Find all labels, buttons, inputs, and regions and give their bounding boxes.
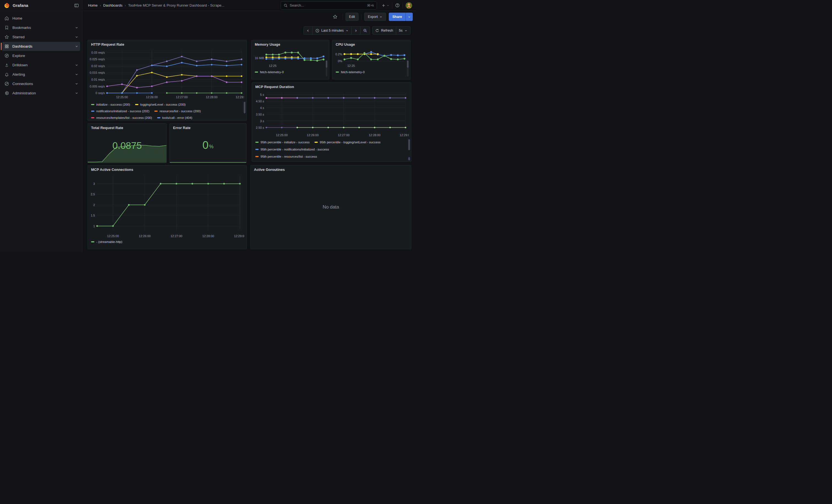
zoom-out-button[interactable] bbox=[360, 26, 370, 35]
legend-label: initialize - success (200) bbox=[96, 103, 130, 106]
time-range-picker[interactable]: Last 5 minutes bbox=[312, 26, 352, 35]
refresh-button[interactable]: Refresh bbox=[372, 26, 396, 35]
sidebar-item-starred[interactable]: Starred bbox=[2, 32, 80, 42]
legend-scrollbar[interactable] bbox=[407, 60, 409, 68]
panel-title[interactable]: CPU Usage bbox=[332, 40, 410, 47]
sidebar-item-explore[interactable]: Explore bbox=[2, 51, 80, 60]
refresh-group: Refresh 5s bbox=[372, 26, 411, 35]
svg-text:3: 3 bbox=[93, 182, 95, 185]
legend-item[interactable]: 95th percentile - initialize - success bbox=[255, 140, 310, 144]
legend-item[interactable]: notifications/initialized - success (202… bbox=[91, 109, 149, 113]
panel-title[interactable]: HTTP Request Rate bbox=[88, 40, 246, 47]
legend-item[interactable]: resources/templates/list - success (200) bbox=[91, 116, 152, 120]
cpu-usage-chart[interactable]: 0.2%0%12:25 bbox=[334, 47, 407, 68]
svg-text:4.50 s: 4.50 s bbox=[256, 100, 264, 103]
dashboard-workarea: Edit Export Share bbox=[82, 11, 416, 252]
svg-text:1.5: 1.5 bbox=[91, 214, 95, 217]
legend-item[interactable]: 95th percentile - logging/setLevel - suc… bbox=[314, 140, 381, 144]
svg-text:12:25:00: 12:25:00 bbox=[107, 234, 119, 238]
time-controls: Last 5 minutes bbox=[304, 26, 411, 35]
svg-text:3.50 s: 3.50 s bbox=[256, 113, 264, 116]
legend-item[interactable]: initialize - success (200) bbox=[91, 103, 130, 106]
sidebar-item-administration[interactable]: Administration bbox=[2, 88, 80, 98]
export-button[interactable]: Export bbox=[364, 12, 386, 21]
time-shift-back-button[interactable] bbox=[304, 26, 313, 35]
sidebar-item-bookmarks[interactable]: Bookmarks bbox=[2, 23, 80, 32]
memory-usage-chart[interactable]: 16 MiB12:25 bbox=[253, 47, 326, 68]
bookmark-icon bbox=[4, 25, 9, 30]
add-button[interactable] bbox=[381, 3, 389, 8]
sidebar-item-drilldown[interactable]: Drilldown bbox=[2, 60, 80, 70]
chevron-down-icon bbox=[75, 73, 78, 76]
panel-mcp-active-connections: MCP Active Connections 32.521.5112:25:00… bbox=[87, 165, 247, 249]
legend-scrollbar[interactable] bbox=[408, 139, 410, 150]
chevron-down-icon bbox=[75, 35, 78, 39]
grafana-logo[interactable] bbox=[4, 2, 10, 8]
svg-text:12:29:00: 12:29:00 bbox=[234, 234, 244, 238]
svg-text:12:25: 12:25 bbox=[347, 64, 355, 68]
stat-value: 0 bbox=[203, 139, 209, 151]
legend-swatch bbox=[91, 111, 94, 112]
legend-label: resources/templates/list - success (200) bbox=[96, 116, 152, 120]
user-avatar[interactable] bbox=[406, 2, 412, 9]
svg-text:2.5: 2.5 bbox=[91, 192, 95, 196]
svg-text:12:29:00: 12:29:00 bbox=[236, 96, 244, 99]
help-icon[interactable] bbox=[395, 3, 400, 8]
legend-row: 95th percentile - resources/templates/li… bbox=[255, 160, 407, 161]
share-button[interactable]: Share bbox=[389, 12, 406, 21]
legend-label: tools/call - error (404) bbox=[162, 116, 192, 120]
panel-title[interactable]: MCP Request Duration bbox=[252, 82, 411, 89]
panel-corner-scrollbar[interactable] bbox=[408, 157, 410, 160]
svg-text:12:25:00: 12:25:00 bbox=[116, 96, 128, 99]
refresh-interval-picker[interactable]: 5s bbox=[396, 26, 411, 35]
svg-text:2.50 s: 2.50 s bbox=[256, 126, 264, 129]
legend-item[interactable]: 95th percentile - resources/list - succe… bbox=[255, 155, 317, 158]
brand-name: Grafana bbox=[12, 3, 28, 8]
edit-button[interactable]: Edit bbox=[345, 12, 359, 21]
svg-text:1: 1 bbox=[93, 224, 95, 228]
panel-mcp-request-duration: MCP Request Duration 5 s4.50 s4 s3.50 s3… bbox=[252, 82, 411, 162]
panel-title[interactable]: Memory Usage bbox=[252, 40, 329, 47]
mcp-request-duration-chart[interactable]: 5 s4.50 s4 s3.50 s3 s2.50 s12:25:0012:26… bbox=[253, 90, 409, 137]
legend-scrollbar[interactable] bbox=[326, 60, 328, 68]
legend-item[interactable]: fetch-telemetry-0 bbox=[336, 71, 365, 74]
sidebar-item-alerting[interactable]: Alerting bbox=[2, 70, 80, 79]
sidebar-toggle-icon[interactable] bbox=[74, 3, 79, 8]
share-caret-button[interactable] bbox=[406, 12, 413, 21]
legend-item[interactable]: fetch-telemetry-0 bbox=[255, 71, 284, 74]
legend-swatch bbox=[255, 142, 259, 143]
breadcrumb-dashboards[interactable]: Dashboards bbox=[103, 3, 123, 7]
legend-item[interactable]: - (streamable-http) bbox=[91, 240, 123, 243]
sidebar-item-dashboards[interactable]: Dashboards bbox=[2, 42, 80, 51]
sidebar-item-home[interactable]: Home bbox=[2, 14, 80, 23]
legend-label: - (streamable-http) bbox=[96, 240, 123, 243]
legend-item[interactable]: 95th percentile - notifications/initiali… bbox=[255, 148, 329, 151]
legend-swatch bbox=[314, 142, 318, 143]
time-shift-forward-button[interactable] bbox=[352, 26, 360, 35]
legend-item[interactable]: tools/call - error (404) bbox=[157, 116, 192, 120]
star-icon bbox=[4, 35, 9, 39]
search-input[interactable] bbox=[290, 3, 365, 7]
legend-swatch bbox=[91, 104, 94, 105]
favorite-star-icon[interactable] bbox=[333, 14, 338, 19]
sidebar-item-label: Explore bbox=[12, 54, 25, 58]
svg-text:12:26:00: 12:26:00 bbox=[307, 133, 319, 137]
http-request-rate-chart[interactable]: 0 req/s0.005 req/s0.01 req/s0.015 req/s0… bbox=[89, 48, 244, 100]
breadcrumb-current: ToolHive MCP Server & Proxy Runner Dashb… bbox=[128, 3, 224, 7]
legend-item[interactable]: logging/setLevel - success (200) bbox=[135, 103, 186, 106]
panel-http-request-rate: HTTP Request Rate 0 req/s0.005 req/s0.01… bbox=[87, 40, 247, 121]
sidebar-item-label: Administration bbox=[12, 91, 36, 95]
bell-icon bbox=[4, 72, 9, 77]
search-bar[interactable]: ⌘+k bbox=[281, 1, 377, 10]
svg-text:3 s: 3 s bbox=[260, 120, 264, 123]
legend-swatch bbox=[255, 156, 259, 157]
legend-item[interactable]: resources/list - success (200) bbox=[154, 109, 201, 113]
sidebar-item-connections[interactable]: Connections bbox=[2, 79, 80, 88]
nav-sidebar: HomeBookmarksStarredDashboardsExploreDri… bbox=[0, 11, 82, 252]
topbar-icons bbox=[377, 2, 416, 9]
mcp-active-connections-chart[interactable]: 32.521.5112:25:0012:26:0012:27:0012:28:0… bbox=[89, 173, 244, 239]
svg-text:0.015 req/s: 0.015 req/s bbox=[90, 71, 105, 74]
legend-scrollbar[interactable] bbox=[244, 102, 245, 113]
breadcrumb-home[interactable]: Home bbox=[88, 3, 98, 7]
panel-title[interactable]: MCP Active Connections bbox=[88, 165, 246, 172]
